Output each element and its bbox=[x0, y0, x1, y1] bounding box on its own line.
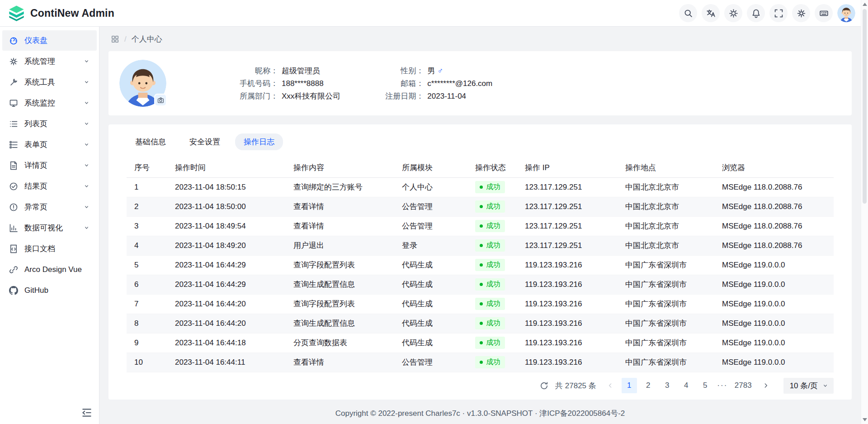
page-button-2[interactable]: 2 bbox=[641, 378, 656, 393]
status-badge: 成功 bbox=[475, 220, 505, 232]
settings-button[interactable] bbox=[792, 4, 810, 22]
page-button-2783[interactable]: 2783 bbox=[732, 378, 755, 393]
page-button-5[interactable]: 5 bbox=[698, 378, 713, 393]
shortcuts-button[interactable] bbox=[815, 4, 833, 22]
sidebar-item-arco-design-vue[interactable]: Arco Design Vue bbox=[2, 259, 97, 280]
next-page-button[interactable] bbox=[758, 378, 774, 393]
sidebar-item-label: 系统监控 bbox=[24, 98, 77, 108]
sidebar-item-dashboard[interactable]: 仪表盘 bbox=[2, 30, 97, 51]
tab-basic-info[interactable]: 基础信息 bbox=[127, 133, 175, 150]
cell-content: 分页查询数据表 bbox=[286, 333, 394, 353]
code-doc-icon bbox=[9, 244, 18, 253]
profile-info-column: 性别：男♂邮箱：c********@126.com注册日期：2023-11-04 bbox=[377, 64, 492, 103]
main-layout: 仪表盘系统管理系统工具系统监控列表页表单页详情页结果页异常页数据可视化接口文档A… bbox=[0, 27, 861, 424]
scroll-down-icon[interactable] bbox=[863, 418, 867, 421]
bell-icon bbox=[751, 9, 761, 18]
user-avatar-button[interactable] bbox=[837, 4, 855, 22]
sidebar-item-system-tools[interactable]: 系统工具 bbox=[2, 72, 97, 92]
sidebar-item-label: 仪表盘 bbox=[24, 35, 90, 46]
menu-collapse-button[interactable] bbox=[81, 407, 93, 419]
chevron-down-icon bbox=[83, 120, 90, 127]
cell-index: 10 bbox=[127, 353, 167, 372]
status-dot-icon bbox=[480, 224, 483, 228]
pagination-total: 共 27825 条 bbox=[555, 381, 596, 391]
cell-module: 公告管理 bbox=[394, 216, 467, 236]
sidebar-item-data-visualization[interactable]: 数据可视化 bbox=[2, 218, 97, 238]
page-size-select[interactable]: 10 条/页 bbox=[783, 378, 834, 394]
sidebar-item-label: 系统工具 bbox=[24, 77, 77, 87]
scroll-up-icon[interactable] bbox=[863, 3, 867, 6]
table-row: 52023-11-04 16:44:29查询字段配置列表代码生成成功119.12… bbox=[127, 255, 834, 275]
page-button-4[interactable]: 4 bbox=[679, 378, 694, 393]
status-badge: 成功 bbox=[475, 239, 505, 252]
cell-ip: 123.117.129.251 bbox=[517, 177, 618, 197]
theme-button[interactable] bbox=[724, 4, 742, 22]
cell-module: 公告管理 bbox=[394, 197, 467, 216]
scrollbar-thumb[interactable] bbox=[863, 9, 867, 204]
search-button[interactable] bbox=[679, 4, 697, 22]
change-avatar-button[interactable] bbox=[154, 94, 167, 106]
search-icon bbox=[684, 9, 693, 18]
sidebar-item-github[interactable]: GitHub bbox=[2, 280, 97, 300]
cell-time: 2023-11-04 16:44:20 bbox=[167, 314, 286, 333]
status-dot-icon bbox=[480, 263, 483, 267]
log-table-body: 12023-11-04 18:50:15查询绑定的三方账号个人中心成功123.1… bbox=[127, 177, 834, 372]
sidebar-item-list-pages[interactable]: 列表页 bbox=[2, 114, 97, 134]
status-dot-icon bbox=[480, 341, 483, 344]
sidebar-item-system-management[interactable]: 系统管理 bbox=[2, 51, 97, 71]
pagination: 共 27825 条12345···278310 条/页 bbox=[108, 372, 852, 394]
profile-field: 注册日期：2023-11-04 bbox=[377, 91, 492, 102]
dashboard-icon bbox=[9, 36, 18, 45]
sidebar-item-label: 数据可视化 bbox=[24, 223, 77, 233]
sidebar-item-form-pages[interactable]: 表单页 bbox=[2, 134, 97, 155]
status-badge: 成功 bbox=[475, 181, 505, 193]
apps-grid-icon[interactable] bbox=[111, 35, 119, 43]
cell-index: 7 bbox=[127, 294, 167, 314]
cell-ip: 119.123.193.216 bbox=[517, 333, 618, 353]
app-logo-icon bbox=[8, 5, 25, 22]
cell-content: 查询绑定的三方账号 bbox=[286, 177, 394, 197]
profile-avatar[interactable] bbox=[119, 60, 166, 107]
page-button-1[interactable]: 1 bbox=[622, 378, 637, 393]
translate-button[interactable] bbox=[702, 4, 720, 22]
cell-browser: MSEdge 119.0.0.0 bbox=[714, 353, 834, 372]
cell-content: 查看详情 bbox=[286, 353, 394, 372]
page-button-3[interactable]: 3 bbox=[660, 378, 675, 393]
cell-browser: MSEdge 119.0.0.0 bbox=[714, 255, 834, 275]
cell-location: 中国广东省深圳市 bbox=[618, 314, 714, 333]
status-dot-icon bbox=[480, 244, 483, 247]
cell-location: 中国北京北京市 bbox=[618, 197, 714, 216]
table-row: 32023-11-04 18:49:54查看详情公告管理成功123.117.12… bbox=[127, 216, 834, 236]
cell-location: 中国广东省深圳市 bbox=[618, 294, 714, 314]
sidebar-item-api-docs[interactable]: 接口文档 bbox=[2, 238, 97, 259]
fullscreen-button[interactable] bbox=[769, 4, 788, 22]
chevron-down-icon bbox=[83, 100, 90, 106]
tab-security-settings[interactable]: 安全设置 bbox=[181, 133, 229, 150]
cell-browser: MSEdge 118.0.2088.76 bbox=[714, 216, 834, 236]
sidebar-item-label: 异常页 bbox=[24, 202, 77, 212]
status-dot-icon bbox=[480, 302, 483, 305]
sidebar-item-exception-pages[interactable]: 异常页 bbox=[2, 197, 97, 217]
prev-page-button[interactable] bbox=[603, 378, 618, 393]
column-header: 所属模块 bbox=[394, 158, 467, 177]
cell-module: 登录 bbox=[394, 236, 467, 255]
brand[interactable]: ContiNew Admin bbox=[8, 5, 114, 22]
cell-module: 代码生成 bbox=[394, 255, 467, 275]
table-row: 102023-11-04 16:44:11查看详情公告管理成功119.123.1… bbox=[127, 353, 834, 372]
refresh-button[interactable] bbox=[536, 378, 552, 393]
table-row: 62023-11-04 16:44:29查询生成配置信息代码生成成功119.12… bbox=[127, 275, 834, 294]
notifications-button[interactable] bbox=[747, 4, 765, 22]
table-wrap: 序号操作时间操作内容所属模块操作状态操作 IP操作地点浏览器 12023-11-… bbox=[108, 150, 852, 372]
app-window: ContiNew Admin 仪表盘系统管理系统工具系统监控列表页表单页详情页结… bbox=[0, 0, 868, 424]
sidebar-item-system-monitor[interactable]: 系统监控 bbox=[2, 93, 97, 113]
cell-time: 2023-11-04 18:49:20 bbox=[167, 236, 286, 255]
sidebar-item-result-pages[interactable]: 结果页 bbox=[2, 176, 97, 196]
cell-content: 用户退出 bbox=[286, 236, 394, 255]
cell-index: 8 bbox=[127, 314, 167, 333]
tab-operation-log[interactable]: 操作日志 bbox=[235, 133, 283, 150]
check-circle-icon bbox=[9, 182, 18, 191]
sidebar-item-detail-pages[interactable]: 详情页 bbox=[2, 155, 97, 176]
vertical-scrollbar[interactable] bbox=[861, 0, 868, 424]
status-badge: 成功 bbox=[475, 337, 505, 349]
cell-location: 中国广东省深圳市 bbox=[618, 275, 714, 294]
